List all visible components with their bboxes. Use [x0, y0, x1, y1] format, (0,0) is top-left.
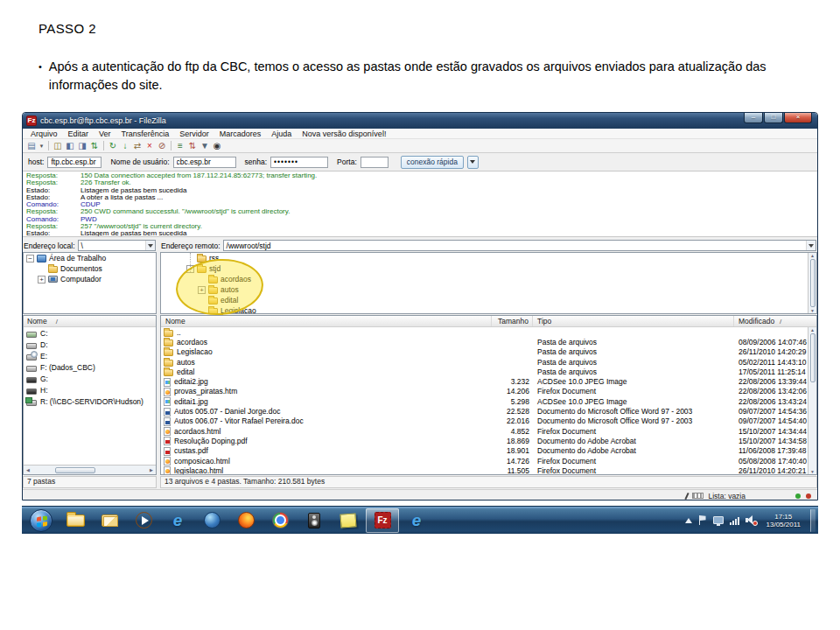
taskbar-button-outlook[interactable]	[93, 508, 126, 533]
taskbar-button-sticky-notes[interactable]	[332, 508, 365, 533]
local-item-f-dados-cbc[interactable]: F: (Dados_CBC)	[24, 361, 156, 373]
host-input[interactable]	[47, 157, 102, 168]
remote-item-editai1-jpg[interactable]: editai1.jpg5.298ACDSee 10.0 JPEG Image22…	[161, 396, 816, 406]
local-list-header[interactable]: Nome /	[24, 316, 156, 327]
column-header-modificado[interactable]: Modificado/	[734, 316, 816, 326]
site-manager-dropdown-icon[interactable]: ▼	[38, 140, 46, 152]
remote-tree-item-rss[interactable]: rss	[161, 253, 816, 263]
remote-tree-scrollbar[interactable]: ▲▼	[808, 253, 816, 313]
toggle-local-tree-icon[interactable]: ◧	[64, 140, 76, 152]
network-icon[interactable]	[713, 516, 724, 524]
local-item-r-cbc-servidor-hudson[interactable]: R: (\\CBC-SERVIDOR\Hudson)	[24, 396, 156, 407]
cancel-operation-icon[interactable]: ×	[144, 140, 156, 152]
remote-item-custas-pdf[interactable]: custas.pdf18.901Documento do Adobe Acrob…	[161, 446, 816, 456]
taskbar-button-browser-globe[interactable]	[195, 508, 228, 533]
local-item-e[interactable]: E:	[24, 350, 156, 361]
process-queue-icon[interactable]: ↓	[119, 140, 131, 152]
add-to-queue-icon[interactable]: ⇄	[131, 140, 144, 152]
remote-item-legislacao[interactable]: LegislacaoPasta de arquivos26/11/2010 14…	[161, 347, 816, 357]
quickconnect-dropdown-icon[interactable]	[467, 156, 479, 169]
scroll-up-icon[interactable]: ▲	[810, 327, 815, 332]
combo-dropdown-icon[interactable]	[806, 241, 816, 250]
remote-item-provas-piratas-htm[interactable]: provas_piratas.htm14.206Firefox Document…	[161, 387, 816, 396]
local-horizontal-scrollbar[interactable]: ◀ ▶	[24, 465, 156, 474]
hidden-icons-icon[interactable]	[685, 518, 692, 523]
toggle-transfer-queue-icon[interactable]: ⇅	[88, 140, 101, 152]
scroll-left-icon[interactable]: ◀	[24, 467, 32, 472]
remote-item-autos-006-07-vitor-rafael-pereira-doc[interactable]: Autos 006.07 - Vitor Rafael Pereira.doc2…	[161, 416, 816, 426]
scroll-right-icon[interactable]: ▶	[147, 467, 156, 472]
menu-ver[interactable]: Ver	[94, 130, 116, 138]
quickconnect-button[interactable]: conexão rápida	[401, 156, 464, 169]
synchronized-browsing-icon[interactable]: ⇅	[186, 140, 199, 152]
toggle-remote-tree-icon[interactable]: ◨	[76, 140, 88, 152]
menu-transferencia[interactable]: Transferência	[116, 130, 175, 138]
taskbar-button-internet-explorer-2[interactable]: e	[400, 508, 433, 533]
scroll-thumb[interactable]	[810, 333, 816, 382]
expander-plus-icon[interactable]: +	[38, 276, 46, 284]
scroll-up-icon[interactable]: ▲	[810, 253, 815, 258]
minimize-button[interactable]: –	[744, 113, 763, 123]
site-manager-icon[interactable]: ▤	[25, 140, 38, 152]
local-tree-item-documentos[interactable]: Documentos	[24, 263, 156, 274]
column-header-tipo[interactable]: Tipo	[533, 316, 734, 326]
username-input[interactable]	[173, 157, 236, 168]
taskbar-button-filezilla[interactable]: Fz	[366, 508, 399, 533]
scroll-down-icon[interactable]: ▼	[810, 469, 815, 474]
remote-item-autos[interactable]: autosPasta de arquivos05/02/2011 14:43:1…	[161, 357, 816, 367]
signal-strength-icon[interactable]	[730, 516, 739, 525]
volume-muted-icon[interactable]	[746, 515, 757, 525]
remote-item-legislacao-html[interactable]: legislacao.html11.505Firefox Document26/…	[161, 466, 816, 475]
local-item-c[interactable]: C:	[24, 327, 156, 339]
taskbar-button-firefox[interactable]	[229, 508, 262, 533]
scroll-thumb[interactable]	[55, 467, 95, 473]
scroll-down-icon[interactable]: ▼	[810, 308, 815, 313]
filter-files-icon[interactable]: ▼	[199, 140, 211, 152]
menu-servidor[interactable]: Servidor	[174, 130, 214, 138]
refresh-icon[interactable]: ↻	[107, 140, 119, 152]
menu-editar[interactable]: Editar	[63, 130, 94, 138]
local-item-h[interactable]: H:	[24, 384, 156, 396]
queue-icon[interactable]	[692, 493, 704, 499]
combo-dropdown-icon[interactable]	[145, 241, 155, 250]
disconnect-icon[interactable]: ⊘	[156, 140, 168, 152]
password-input[interactable]	[270, 157, 328, 168]
remote-tree-item-legislacao[interactable]: Legislacao	[161, 305, 816, 314]
close-button[interactable]: ×	[784, 113, 812, 123]
taskbar-button-windows-media-player[interactable]	[127, 508, 160, 533]
menu-ajuda[interactable]: Ajuda	[266, 130, 297, 138]
remote-item-parent-directory[interactable]: ..	[161, 327, 816, 337]
maximize-button[interactable]: □	[764, 113, 783, 123]
local-address-combo[interactable]: \	[78, 240, 156, 251]
local-tree-item-computador[interactable]: +Computador	[24, 274, 156, 284]
local-tree-item-area-de-trabalho[interactable]: −Área de Trabalho	[24, 253, 156, 263]
taskbar-button-chrome[interactable]	[263, 508, 297, 533]
column-header-nome[interactable]: Nome	[161, 316, 492, 326]
taskbar-button-audio-device[interactable]	[298, 508, 331, 533]
remote-item-composicao-html[interactable]: composicao.html14.726Firefox Document05/…	[161, 456, 816, 466]
local-item-g[interactable]: G:	[24, 373, 156, 384]
taskbar-button-start[interactable]	[24, 508, 58, 533]
taskbar-button-windows-explorer[interactable]	[59, 508, 92, 533]
taskbar-clock[interactable]: 17:15 13/05/2011	[766, 513, 801, 528]
menu-marcadores[interactable]: Marcadores	[214, 130, 267, 138]
remote-item-acordaos-html[interactable]: acordaos.html4.852Firefox Document15/10/…	[161, 426, 816, 436]
toggle-message-log-icon[interactable]: ◫	[52, 140, 64, 152]
remote-address-combo[interactable]: /wwwroot/stjd	[223, 240, 816, 251]
remote-item-acordaos[interactable]: acordaosPasta de arquivos08/09/2006 14:0…	[161, 337, 816, 346]
show-desktop-button[interactable]	[810, 509, 816, 532]
taskbar-button-internet-explorer[interactable]: e	[161, 508, 194, 533]
remote-item-editai2-jpg[interactable]: editai2.jpg3.232ACDSee 10.0 JPEG Image22…	[161, 376, 816, 386]
column-header-nome[interactable]: Nome	[27, 317, 47, 326]
remote-tree-item-stjd[interactable]: −stjd	[161, 263, 816, 274]
find-files-icon[interactable]: ◉	[211, 140, 223, 152]
menu-nova-versao-disponivel[interactable]: Nova versão disponível!	[297, 130, 391, 138]
menu-arquivo[interactable]: Arquivo	[25, 130, 63, 138]
expander-minus-icon[interactable]: −	[26, 255, 34, 262]
action-center-flag-icon[interactable]	[698, 515, 707, 525]
remote-item-autos-005-07-daniel-jorge-doc[interactable]: Autos 005.07 - Daniel Jorge.doc22.528Doc…	[161, 406, 816, 416]
queue-edit-icon[interactable]	[685, 492, 690, 499]
port-input[interactable]	[360, 157, 388, 168]
column-header-tamanho[interactable]: Tamanho	[492, 316, 533, 326]
scroll-thumb[interactable]	[810, 259, 816, 307]
